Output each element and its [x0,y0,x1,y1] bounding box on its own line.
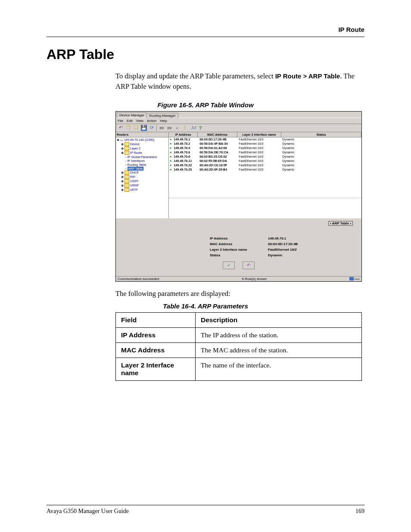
page-title: ARP Table [47,47,364,62]
param-table: Field Description IP Address The IP addr… [115,312,362,381]
data-panel: IP Address MAC Address Layer 2 Interface… [169,132,361,218]
figure-caption: Figure 16-5. ARP Table Window [47,101,364,109]
stop-icon[interactable]: ● [174,125,180,131]
menu-action[interactable]: Action [147,119,156,123]
table-row[interactable]: ●149.49.70.2200:A0:2D:C6:10:5FFastEthern… [169,163,361,168]
tree-rip[interactable]: ◆RIP [117,175,168,179]
header-rule [47,37,364,37]
arp-window-screenshot: Device Manager Routing Manager File Edit… [115,111,362,282]
table-row: MAC Address The MAC address of the stati… [116,342,362,358]
toolbar: ↶ ❐ ❏ 💾 ⟳ ▭ ▭ ● ⤴ 𝓜 ? [116,124,361,132]
tree-crtp[interactable]: ◆cRTP [117,188,168,192]
delete-row-icon[interactable]: ▭ [166,125,172,131]
tree-iproute[interactable]: ◆IP Route [117,151,168,155]
paste-icon[interactable]: ❏ [133,125,139,131]
form-row: StatusDynamic [210,252,311,258]
table-row[interactable]: ●149.49.70.800:02:B3:23:CE:02FastEtherne… [169,155,361,159]
menu-bar: File Edit View Action Help [116,118,361,124]
table-row[interactable]: ●149.49.70.200:50:DA:4F:BA:34FastEtherne… [169,142,361,146]
desc-mac: The MAC address of the station. [196,342,362,358]
table-row: IP Address The IP address of the station… [116,327,362,342]
table-row[interactable]: ●149.49.70.600:50:DA:DE:76:CAFastEtherne… [169,150,361,155]
apply-button[interactable]: ✓ [223,261,235,269]
intro-bold: IP Route > ARP Table [275,72,340,80]
undo-icon[interactable]: ↶ [118,125,124,131]
tab-device-manager[interactable]: Device Manager [117,112,147,118]
status-icon: ━━━ [349,277,360,280]
col-status[interactable]: Status [281,132,361,137]
form-title: • ARP Table • [328,221,353,226]
th-desc: Description [196,312,362,327]
body-text: The following parameters are displayed: [115,289,364,298]
table-row: Layer 2 Interface name The name of the i… [116,358,362,380]
tree-layer2[interactable]: ◆Layer 2 [117,146,168,151]
tree-arp-table[interactable]: ▫ARP Table [117,167,168,171]
col-mac[interactable]: MAC Address [198,132,237,137]
table-row[interactable]: ●149.49.70.2300:A0:2D:0F:29:B4FastEthern… [169,168,361,172]
intro-prefix: To display and update the ARP Table para… [115,72,275,80]
window-tabs: Device Manager Routing Manager [116,112,361,118]
table-row[interactable]: ●149.49.70.400:50:DA:61:A2:60FastEtherne… [169,146,361,150]
table-header: IP Address MAC Address Layer 2 Interface… [169,132,361,137]
col-l2[interactable]: Layer 2 Interface name [237,132,281,137]
form-row: IP Address149.49.70.1 [210,236,311,241]
status-bar: Communication succeeded 8 Row(s) shown ━… [116,276,361,281]
tree-root[interactable]: ◆▭149.49.70.140 (G350) [117,138,168,142]
navigation-tree: Routers ◆▭149.49.70.140 (G350) ◆Device ◆… [116,132,169,218]
save-icon[interactable]: 💾 [141,125,147,131]
table-row[interactable]: ●149.49.70.1100:02:55:3B:65:DAFastEthern… [169,159,361,163]
status-left: Communication succeeded [118,277,159,281]
table-caption: Table 16-4. ARP Parameters [47,302,364,310]
revert-button[interactable]: ↶ [243,261,255,269]
col-ip[interactable]: IP Address [169,132,198,137]
detail-form: IP Address149.49.70.1MAC Address00:04:0D… [163,229,314,274]
form-row: Layer 2 Interface nameFastEthernet 10/2 [210,247,311,252]
menu-edit[interactable]: Edit [127,119,133,123]
desc-ip: The IP address of the station. [196,327,362,342]
config-icon[interactable]: 𝓜 [190,125,196,131]
tree-ospf[interactable]: ◆OSPF [117,179,168,184]
desc-l2: The name of the interface. [196,358,362,380]
tree-device[interactable]: ◆Device [117,142,168,146]
field-l2: Layer 2 Interface name [116,358,196,380]
page-footer: Avaya G350 Manager User Guide 169 [47,501,364,515]
tree-dhcp[interactable]: ◆DHCP [117,171,168,175]
footer-right: 169 [355,508,364,515]
copy-icon[interactable]: ❐ [125,125,131,131]
menu-help[interactable]: Help [160,119,167,123]
tree-routing-table[interactable]: ▫Routing Table [117,163,168,167]
intro-paragraph: To display and update the ARP Table para… [115,71,364,92]
header-section: IP Route [47,26,364,33]
tab-routing-manager[interactable]: Routing Manager [146,113,178,118]
field-mac: MAC Address [116,342,196,358]
footer-left: Avaya G350 Manager User Guide [47,508,129,515]
table-row[interactable]: ●149.49.70.100:04:0D:17:20:4BFastEtherne… [169,137,361,142]
tree-ip-global[interactable]: ▫IP Global Parameters [117,155,168,159]
tree-title: Routers [116,132,168,137]
th-field: Field [116,312,196,327]
export-icon[interactable]: ⤴ [182,125,188,131]
tree-ip-interfaces[interactable]: ▫IP Interfaces [117,159,168,163]
field-ip: IP Address [116,327,196,342]
tree-vrrp[interactable]: ◆VRRP [117,184,168,188]
form-row: MAC Address00:04:0D:17:20:4B [210,241,311,247]
help-icon[interactable]: ? [197,125,203,131]
menu-file[interactable]: File [118,119,123,123]
refresh-icon[interactable]: ⟳ [149,125,155,131]
status-rows: 8 Row(s) shown [242,277,267,281]
insert-row-icon[interactable]: ▭ [159,125,165,131]
menu-view[interactable]: View [136,119,143,123]
